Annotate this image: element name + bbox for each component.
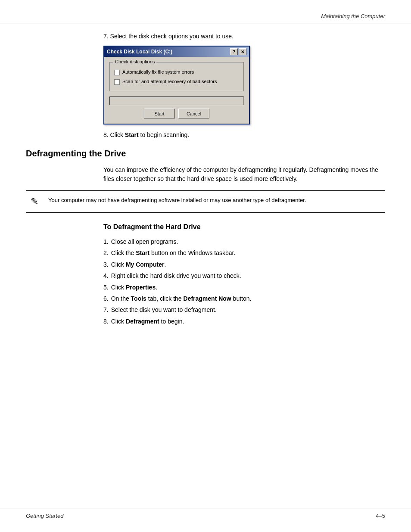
main-content: 7. Select the disk check options you wan… xyxy=(0,33,411,326)
main-paragraph: You can improve the efficiency of the co… xyxy=(103,165,385,184)
dialog-title-buttons: ? ✕ xyxy=(230,48,246,55)
checkbox-row-2: Scan for and attempt recovery of bad sec… xyxy=(114,79,239,85)
note-text: Your computer may not have defragmenting… xyxy=(48,196,306,205)
step-num: 7. xyxy=(103,305,109,314)
dialog-body: Check disk options Automatically fix fil… xyxy=(104,57,249,124)
note-icon: ✎ xyxy=(26,196,43,207)
step-num: 8. xyxy=(103,317,109,326)
footer-section: Getting Started 4–5 xyxy=(0,508,411,519)
step-text: Click My Computer. xyxy=(111,260,166,269)
list-item: 4. Right click the hard disk drive you w… xyxy=(103,271,385,280)
step-text: Select the disk you want to defragment. xyxy=(111,305,217,314)
step-text: Close all open programs. xyxy=(111,237,178,246)
step-text: Click Defragment to begin. xyxy=(111,317,184,326)
section-heading: Defragmenting the Drive xyxy=(26,149,385,159)
step-num: 5. xyxy=(103,283,109,292)
checkbox-fix-errors-label: Automatically fix file system errors xyxy=(122,69,194,75)
step-num: 6. xyxy=(103,294,109,303)
footer-left: Getting Started xyxy=(26,513,63,519)
list-item: 6. On the Tools tab, click the Defragmen… xyxy=(103,294,385,303)
dialog-buttons: Start Cancel xyxy=(109,109,244,118)
checkbox-bad-sectors-label: Scan for and attempt recovery of bad sec… xyxy=(122,79,217,84)
step-text: Right click the hard disk drive you want… xyxy=(111,271,241,280)
step-text: Click the Start button on the Windows ta… xyxy=(111,248,236,258)
progress-bar xyxy=(109,96,244,105)
header-title: Maintaining the Computer xyxy=(321,13,385,19)
step-7: 7. Select the disk check options you wan… xyxy=(103,33,385,124)
list-item: 3. Click My Computer. xyxy=(103,260,385,269)
options-group-legend: Check disk options xyxy=(113,59,156,64)
footer-right: 4–5 xyxy=(376,513,385,519)
list-item: 7. Select the disk you want to defragmen… xyxy=(103,305,385,314)
list-item: 2. Click the Start button on the Windows… xyxy=(103,248,385,258)
sub-heading: To Defragment the Hard Drive xyxy=(103,223,385,231)
page-container: Maintaining the Computer 7. Select the d… xyxy=(0,0,411,532)
options-group: Check disk options Automatically fix fil… xyxy=(109,62,244,91)
step-8: 8. Click Start to begin scanning. xyxy=(103,131,385,138)
checkbox-fix-errors[interactable] xyxy=(114,70,120,75)
dialog-title: Check Disk Local Disk (C:) xyxy=(107,49,172,55)
step-7-text: 7. Select the disk check options you wan… xyxy=(103,33,385,40)
numbered-list: 1. Close all open programs. 2. Click the… xyxy=(103,237,385,326)
dialog-help-button[interactable]: ? xyxy=(230,48,238,55)
dialog-titlebar: Check Disk Local Disk (C:) ? ✕ xyxy=(104,47,249,57)
step-num: 4. xyxy=(103,271,109,280)
header-section: Maintaining the Computer xyxy=(0,0,411,24)
cancel-button[interactable]: Cancel xyxy=(178,109,209,118)
list-item: 5. Click Properties. xyxy=(103,283,385,292)
list-item: 8. Click Defragment to begin. xyxy=(103,317,385,326)
list-item: 1. Close all open programs. xyxy=(103,237,385,246)
note-box: ✎ Your computer may not have defragmenti… xyxy=(26,190,385,213)
checkbox-row-1: Automatically fix file system errors xyxy=(114,69,239,75)
step-num: 1. xyxy=(103,237,109,246)
step-num: 2. xyxy=(103,248,109,258)
indented-content: You can improve the efficiency of the co… xyxy=(103,165,385,184)
start-button[interactable]: Start xyxy=(144,109,175,118)
dialog-close-button[interactable]: ✕ xyxy=(239,48,246,55)
step-8-bold: Start xyxy=(125,131,139,138)
step-text: Click Properties. xyxy=(111,283,157,292)
checkbox-bad-sectors[interactable] xyxy=(114,79,120,85)
check-disk-dialog: Check Disk Local Disk (C:) ? ✕ Check dis… xyxy=(103,46,250,124)
step-text: On the Tools tab, click the Defragment N… xyxy=(111,294,252,303)
step-8-after: to begin scanning. xyxy=(139,131,190,138)
step-num: 3. xyxy=(103,260,109,269)
step-8-before: 8. Click xyxy=(103,131,125,138)
